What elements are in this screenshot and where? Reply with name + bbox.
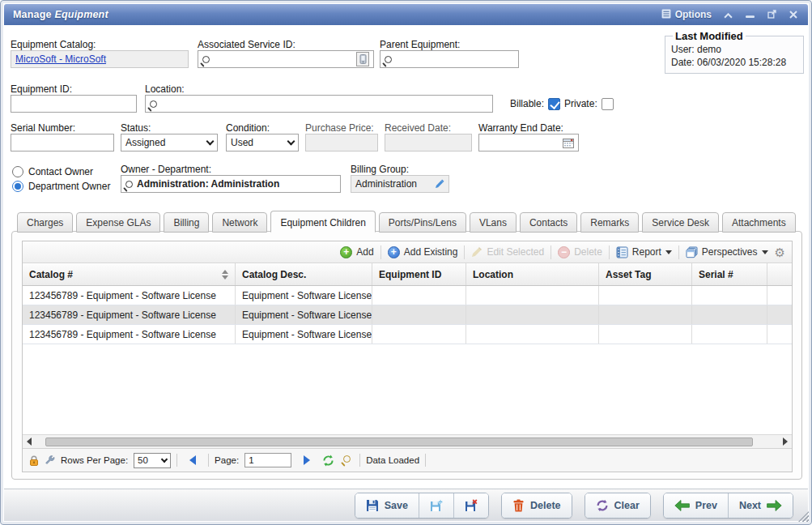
tab-contacts[interactable]: Contacts [520, 212, 577, 233]
tab-billing[interactable]: Billing [164, 212, 209, 233]
delete-row-button[interactable]: − Delete [558, 246, 602, 258]
window-title: Manage Equipment [13, 9, 108, 20]
tab-attachments[interactable]: Attachments [722, 212, 796, 233]
rows-per-page-label: Rows Per Page: [61, 455, 128, 465]
next-button[interactable]: Next [728, 493, 793, 518]
save-and-close-button[interactable] [453, 493, 488, 518]
save-button[interactable]: Save [355, 493, 419, 518]
serial-number-input[interactable] [15, 134, 109, 151]
refresh-icon[interactable] [322, 455, 334, 467]
cell-asset-tag [599, 325, 692, 344]
save-and-new-button[interactable] [419, 493, 453, 518]
equipment-id-input[interactable] [15, 96, 132, 112]
table-row[interactable]: 123456789 - Equipment - Software License… [23, 305, 792, 325]
column-header-catalog[interactable]: Catalog # [23, 263, 236, 285]
search-icon[interactable] [343, 455, 351, 463]
prev-page-arrow[interactable] [189, 455, 196, 465]
cell-equipment-id [372, 325, 466, 344]
horizontal-scrollbar[interactable] [23, 434, 792, 448]
device-picker-icon[interactable] [356, 52, 369, 66]
location-field[interactable] [145, 95, 493, 113]
column-header-location[interactable]: Location [466, 263, 599, 285]
owner-department-field[interactable]: Administration: Administration [121, 175, 341, 193]
billing-group-field: Administration [351, 175, 449, 193]
grid-header-row: Catalog # Catalog Desc. Equipment ID Loc… [23, 263, 792, 286]
prev-button[interactable]: Prev [664, 493, 728, 518]
location-input[interactable] [161, 96, 488, 112]
table-row[interactable]: 123456789 - Equipment - Software License… [23, 325, 792, 344]
serial-number-field[interactable] [11, 134, 114, 152]
tab-network[interactable]: Network [212, 212, 267, 233]
column-header-asset-tag[interactable]: Asset Tag [599, 263, 692, 285]
received-date-field [385, 134, 472, 152]
equipment-id-field[interactable] [11, 95, 137, 113]
column-header-serial[interactable]: Serial # [692, 263, 767, 285]
edit-selected-button[interactable]: Edit Selected [471, 246, 544, 258]
cell-catalog-desc: Equipment - Software License [236, 325, 372, 344]
table-row[interactable]: 123456789 - Equipment - Software License… [23, 286, 792, 305]
scrollbar-thumb[interactable] [45, 438, 753, 446]
last-modified-date: Date: 06/03/2020 15:28:28 [671, 56, 797, 69]
tab-service-desk[interactable]: Service Desk [642, 212, 719, 233]
condition-select[interactable]: Used [226, 134, 299, 152]
equipment-id-label: Equipment ID: [11, 83, 72, 95]
options-button[interactable]: Options [661, 9, 712, 21]
sort-icon[interactable] [217, 270, 228, 280]
save-button-group: Save [355, 493, 489, 519]
serial-number-label: Serial Number: [11, 122, 75, 134]
rows-per-page-select[interactable]: 50 [134, 453, 171, 468]
report-button[interactable]: Report [616, 246, 672, 258]
tab-charges[interactable]: Charges [17, 212, 73, 233]
close-button[interactable] [788, 9, 799, 20]
tab-ports-pins-lens[interactable]: Ports/Pins/Lens [379, 212, 466, 233]
add-button[interactable]: + Add [340, 246, 373, 258]
billable-checkbox[interactable] [548, 98, 560, 110]
minimize-icon [746, 7, 755, 22]
perspectives-button[interactable]: Perspectives [686, 246, 768, 258]
department-owner-radio[interactable] [12, 181, 23, 192]
lock-icon[interactable] [29, 455, 39, 466]
tab-remarks[interactable]: Remarks [580, 212, 639, 233]
equipment-catalog-link[interactable]: MicroSoft - MicroSoft [15, 53, 106, 65]
popout-button[interactable] [766, 9, 777, 20]
toolbar-separator [464, 245, 465, 259]
associated-service-id-input[interactable] [214, 51, 356, 67]
associated-service-id-field[interactable] [198, 50, 374, 68]
chevron-down-icon [287, 137, 295, 145]
collapse-button[interactable] [722, 9, 733, 20]
collapse-icon [724, 7, 733, 22]
add-existing-icon: + [388, 246, 400, 258]
column-header-catalog-desc[interactable]: Catalog Desc. [236, 263, 372, 285]
tab-expense-glas[interactable]: Expense GLAs [76, 212, 160, 233]
parent-equipment-field[interactable] [380, 50, 519, 68]
parent-equipment-input[interactable] [396, 51, 514, 67]
warranty-end-date-field[interactable] [478, 134, 579, 152]
page-number-input[interactable] [244, 453, 291, 467]
status-select[interactable]: Assigned [121, 134, 218, 152]
tab-bar: Charges Expense GLAs Billing Network Equ… [11, 210, 802, 232]
next-page-arrow[interactable] [304, 455, 310, 465]
pager-separator [425, 454, 426, 467]
manage-equipment-window: Manage Equipment Options Equipmen [0, 0, 812, 525]
delete-button[interactable]: Delete [502, 493, 572, 518]
add-existing-button[interactable]: + Add Existing [388, 246, 458, 258]
edit-pencil-icon[interactable] [435, 179, 444, 189]
contact-owner-radio[interactable] [12, 166, 23, 177]
scroll-right-arrow[interactable] [779, 435, 792, 448]
cell-equipment-id [372, 305, 466, 324]
column-header-equipment-id[interactable]: Equipment ID [372, 263, 466, 285]
parent-equipment-label: Parent Equipment: [380, 39, 460, 50]
cell-serial [692, 305, 767, 324]
calendar-icon[interactable] [563, 138, 574, 148]
minimize-button[interactable] [744, 9, 755, 20]
warranty-end-date-input[interactable] [483, 134, 563, 151]
perspectives-icon [686, 246, 698, 258]
private-checkbox[interactable] [602, 98, 614, 110]
scroll-left-arrow[interactable] [23, 435, 36, 448]
tab-vlans[interactable]: VLans [470, 212, 517, 233]
tab-equipment-children[interactable]: Equipment Children [270, 211, 375, 233]
wrench-icon[interactable] [45, 455, 55, 466]
clear-button[interactable]: Clear [585, 493, 650, 518]
report-icon [616, 246, 628, 258]
gear-icon[interactable]: ⚙ [775, 246, 785, 258]
